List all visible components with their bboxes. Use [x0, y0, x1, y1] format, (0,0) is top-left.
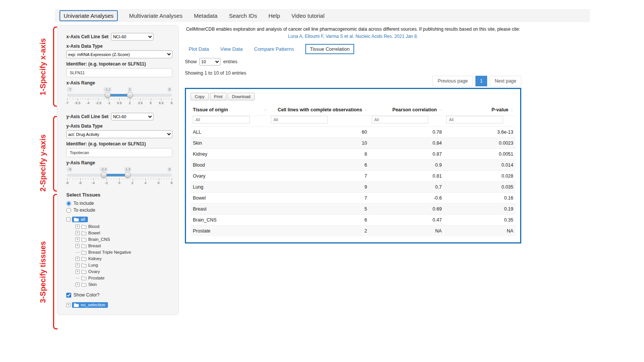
y-data-type-select[interactable]: act: Drug Activity [66, 130, 172, 138]
column-filter-input-tissue-of-origin[interactable] [193, 116, 250, 123]
tick [133, 98, 133, 100]
collapse-icon[interactable]: - [66, 217, 70, 222]
tree-item-kidney[interactable]: +Kidney [75, 256, 172, 261]
tissue-cell: ALL [191, 127, 269, 138]
tick [93, 98, 94, 100]
expand-icon[interactable]: + [66, 303, 70, 307]
tree-item-label: Bowel [88, 231, 100, 235]
copy-button[interactable]: Copy [191, 93, 209, 100]
table-row: Kidney80.870.0051 [191, 149, 516, 160]
tab-tissue-correlation[interactable]: Tissue Correlation [305, 44, 354, 54]
tab-compare-patterns[interactable]: Compare Patterns [254, 46, 294, 52]
tree-item-lung[interactable]: +Lung [75, 262, 172, 268]
tick [156, 178, 156, 179]
tick [117, 98, 117, 100]
x-data-type-select[interactable]: exp: mRNA Expression (Z-Score) [66, 50, 172, 58]
value-cell: 0.69 [369, 204, 444, 215]
tree-item-breast-triple-negative[interactable]: Breast Triple Negative [75, 250, 172, 255]
expand-icon[interactable]: + [75, 244, 80, 248]
nav-tab-search-ids[interactable]: Search IDs [229, 12, 257, 19]
tree-item-ovary[interactable]: +Ovary [75, 269, 172, 274]
entries-select[interactable]: 10 [199, 58, 220, 66]
tissue-tree-root[interactable]: - all [66, 217, 172, 222]
tree-item-brain-cns[interactable]: +Brain_CNS [75, 237, 172, 242]
nav-tab-multivariate-analyses[interactable]: Multivariate Analyses [129, 12, 183, 19]
tree-root-chip[interactable]: all [72, 217, 88, 222]
tick [114, 98, 114, 100]
value-cell: 0.7 [369, 182, 444, 193]
value-cell: 3.6e-13 [444, 127, 516, 138]
column-header-tissue-of-origin[interactable]: Tissue of origin↑↓ [191, 105, 269, 116]
download-button[interactable]: Download [228, 93, 255, 100]
tree-item-skin[interactable]: +Skin [75, 282, 172, 287]
expand-icon[interactable]: + [75, 270, 80, 274]
tick-label: -7 [66, 101, 69, 105]
tree-item-blood[interactable]: +Blood [75, 224, 172, 229]
tick [138, 178, 138, 179]
x-cell-line-set-label: x-Axis Cell Line Set [66, 34, 108, 39]
column-filter-input-p-value[interactable] [446, 116, 503, 123]
previous-page-button[interactable]: Previous page [433, 76, 473, 86]
tick [80, 98, 81, 100]
column-header-pearson-correlation[interactable]: Pearson correlation↑↓ [369, 105, 444, 116]
column-filter-input-cell-lines-with-complete-observations[interactable] [271, 116, 328, 123]
x-range-slider[interactable]: -78-1.22-7-5.5-4-2.5-10.523.556.58 [67, 87, 172, 106]
no-selection-chip[interactable]: no_selection [72, 302, 108, 308]
tree-item-prostate[interactable]: Prostate [75, 275, 172, 281]
tick [72, 98, 73, 100]
print-button[interactable]: Print [210, 93, 227, 100]
column-header-p-value[interactable]: P-value↑↓ [444, 105, 516, 116]
expand-icon[interactable]: + [75, 282, 80, 287]
tick [104, 178, 104, 179]
slider-selected-range[interactable] [104, 174, 128, 176]
expand-icon[interactable]: + [75, 225, 80, 229]
tick [91, 98, 91, 100]
x-identifier-input[interactable] [66, 68, 172, 77]
current-page-button[interactable]: 1 [475, 76, 487, 86]
expand-icon[interactable]: + [75, 263, 80, 267]
tree-root-label: all [81, 217, 85, 222]
column-filter-input-pearson-correlation[interactable] [372, 116, 428, 123]
y-cell-line-set-select[interactable]: NCI-60 [111, 113, 153, 120]
tissue-cell: Skin [191, 138, 269, 149]
tree-item-breast[interactable]: +Breast [75, 243, 172, 248]
slider-min-label: -7 [67, 87, 72, 92]
value-cell: 0.0051 [444, 149, 516, 160]
value-cell: 5 [269, 204, 369, 215]
sort-icon[interactable]: ↑↓ [264, 108, 266, 112]
nav-tab-help[interactable]: Help [268, 12, 280, 19]
tree-item-label: Ovary [88, 269, 100, 274]
tick [140, 178, 141, 179]
tab-view-data[interactable]: View Data [220, 46, 242, 52]
expand-icon[interactable]: + [75, 231, 80, 235]
sort-icon[interactable]: ↑↓ [439, 108, 442, 112]
nav-tab-univariate-analyses[interactable]: Univariate Analyses [59, 10, 118, 21]
tick [75, 98, 75, 100]
tick-label: 8 [170, 181, 172, 185]
tick-label: -8 [66, 181, 69, 185]
to-include-radio[interactable] [66, 201, 71, 206]
expand-icon[interactable]: + [75, 237, 80, 242]
table-row: Prostate2NANA [191, 226, 516, 237]
sort-icon[interactable]: ↑↓ [511, 108, 513, 112]
tick [109, 98, 109, 101]
x-cell-line-set-select[interactable]: NCI-60 [111, 33, 153, 41]
y-identifier-input[interactable] [66, 148, 172, 157]
next-page-button[interactable]: Next page [490, 76, 521, 86]
slider-max-label: 8 [167, 87, 172, 92]
sort-icon[interactable]: ↑↓ [364, 108, 367, 112]
column-header-cell-lines-with-complete-observations[interactable]: Cell lines with complete observations↑↓ [269, 105, 369, 116]
tab-plot-data[interactable]: Plot Data [189, 46, 209, 52]
no-selection-node[interactable]: + no_selection [66, 302, 172, 308]
expand-icon[interactable]: + [75, 257, 80, 261]
nav-tab-metadata[interactable]: Metadata [194, 12, 218, 19]
show-color-checkbox[interactable] [66, 293, 71, 298]
nav-tab-video-tutorial[interactable]: Video tutorial [291, 12, 324, 19]
to-exclude-label: To exclude [73, 208, 95, 213]
tree-item-bowel[interactable]: +Bowel [75, 230, 172, 236]
folder-icon [81, 237, 86, 242]
select-tissues-title: Select Tissues [66, 192, 172, 198]
to-exclude-radio[interactable] [66, 208, 71, 213]
citation-link[interactable]: Luna A, Elloumi F, Varma S et al. Nuclei… [185, 34, 521, 39]
y-range-slider[interactable]: -88-2.41.3-8-6-4-202468 [67, 167, 172, 186]
